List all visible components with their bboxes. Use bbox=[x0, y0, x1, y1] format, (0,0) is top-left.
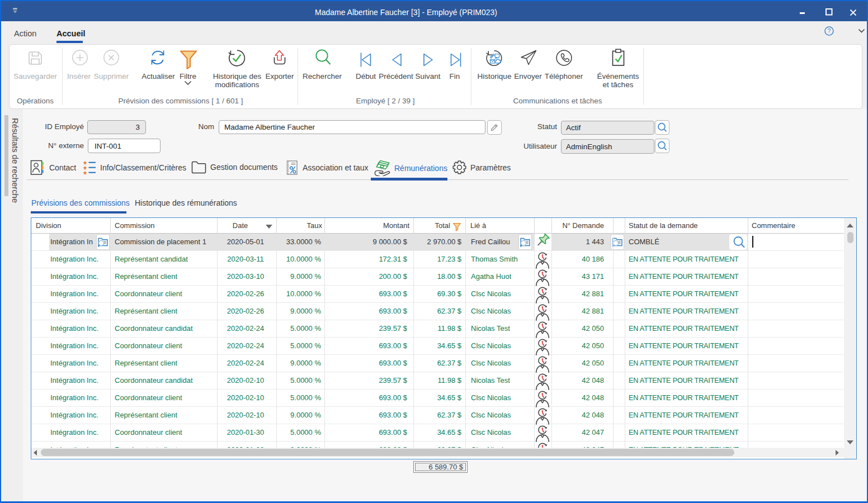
svg-text:?: ? bbox=[828, 27, 831, 34]
